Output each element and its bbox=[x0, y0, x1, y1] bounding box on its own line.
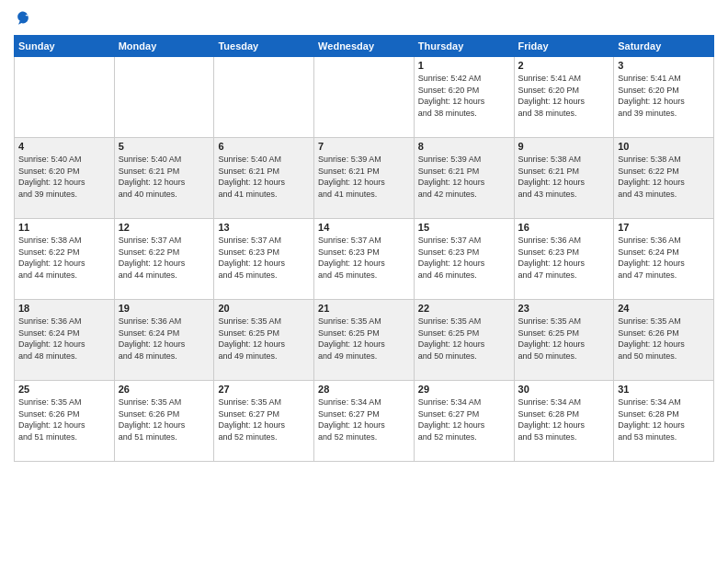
calendar-cell: 14Sunrise: 5:37 AM Sunset: 6:23 PM Dayli… bbox=[314, 219, 415, 300]
calendar-cell: 31Sunrise: 5:34 AM Sunset: 6:28 PM Dayli… bbox=[614, 381, 714, 462]
day-info: Sunrise: 5:40 AM Sunset: 6:20 PM Dayligh… bbox=[18, 154, 110, 200]
day-info: Sunrise: 5:35 AM Sunset: 6:27 PM Dayligh… bbox=[218, 396, 310, 442]
day-number: 25 bbox=[18, 384, 110, 395]
day-number: 7 bbox=[318, 141, 410, 152]
calendar-cell: 24Sunrise: 5:35 AM Sunset: 6:26 PM Dayli… bbox=[614, 300, 714, 381]
day-info: Sunrise: 5:36 AM Sunset: 6:24 PM Dayligh… bbox=[618, 235, 710, 281]
day-number: 16 bbox=[518, 222, 610, 233]
weekday-header-monday: Monday bbox=[114, 36, 214, 57]
day-info: Sunrise: 5:35 AM Sunset: 6:26 PM Dayligh… bbox=[18, 396, 110, 442]
day-number: 28 bbox=[318, 384, 410, 395]
day-info: Sunrise: 5:41 AM Sunset: 6:20 PM Dayligh… bbox=[518, 73, 610, 119]
day-number: 21 bbox=[318, 303, 410, 314]
calendar-cell bbox=[314, 57, 415, 138]
calendar-body: 1Sunrise: 5:42 AM Sunset: 6:20 PM Daylig… bbox=[15, 57, 714, 462]
weekday-header-friday: Friday bbox=[514, 36, 614, 57]
day-info: Sunrise: 5:35 AM Sunset: 6:25 PM Dayligh… bbox=[218, 316, 310, 362]
weekday-header-thursday: Thursday bbox=[414, 36, 514, 57]
calendar-cell: 22Sunrise: 5:35 AM Sunset: 6:25 PM Dayli… bbox=[414, 300, 514, 381]
logo-bird-icon bbox=[14, 9, 32, 28]
day-number: 8 bbox=[418, 141, 510, 152]
day-info: Sunrise: 5:41 AM Sunset: 6:20 PM Dayligh… bbox=[618, 73, 710, 119]
day-number: 12 bbox=[119, 222, 210, 233]
calendar-cell bbox=[114, 57, 214, 138]
day-number: 30 bbox=[518, 384, 610, 395]
calendar-cell: 18Sunrise: 5:36 AM Sunset: 6:24 PM Dayli… bbox=[15, 300, 115, 381]
day-number: 4 bbox=[18, 141, 110, 152]
calendar-cell bbox=[214, 57, 314, 138]
calendar-cell: 15Sunrise: 5:37 AM Sunset: 6:23 PM Dayli… bbox=[414, 219, 514, 300]
weekday-header-saturday: Saturday bbox=[614, 36, 714, 57]
calendar-cell: 30Sunrise: 5:34 AM Sunset: 6:28 PM Dayli… bbox=[514, 381, 614, 462]
day-number: 22 bbox=[418, 303, 510, 314]
day-info: Sunrise: 5:38 AM Sunset: 6:22 PM Dayligh… bbox=[18, 235, 110, 281]
day-number: 20 bbox=[218, 303, 310, 314]
calendar-cell: 28Sunrise: 5:34 AM Sunset: 6:27 PM Dayli… bbox=[314, 381, 415, 462]
day-info: Sunrise: 5:35 AM Sunset: 6:26 PM Dayligh… bbox=[618, 316, 710, 362]
calendar-cell: 3Sunrise: 5:41 AM Sunset: 6:20 PM Daylig… bbox=[614, 57, 714, 138]
calendar-cell: 2Sunrise: 5:41 AM Sunset: 6:20 PM Daylig… bbox=[514, 57, 614, 138]
day-info: Sunrise: 5:37 AM Sunset: 6:23 PM Dayligh… bbox=[218, 235, 310, 281]
calendar-week-3: 11Sunrise: 5:38 AM Sunset: 6:22 PM Dayli… bbox=[15, 219, 714, 300]
day-number: 1 bbox=[418, 60, 510, 71]
day-number: 27 bbox=[218, 384, 310, 395]
calendar-cell: 29Sunrise: 5:34 AM Sunset: 6:27 PM Dayli… bbox=[414, 381, 514, 462]
day-info: Sunrise: 5:34 AM Sunset: 6:27 PM Dayligh… bbox=[418, 396, 510, 442]
day-number: 23 bbox=[518, 303, 610, 314]
weekday-header-sunday: Sunday bbox=[15, 36, 115, 57]
calendar-cell: 5Sunrise: 5:40 AM Sunset: 6:21 PM Daylig… bbox=[114, 138, 214, 219]
day-number: 24 bbox=[618, 303, 710, 314]
day-number: 6 bbox=[218, 141, 310, 152]
calendar-cell: 9Sunrise: 5:38 AM Sunset: 6:21 PM Daylig… bbox=[514, 138, 614, 219]
calendar-week-2: 4Sunrise: 5:40 AM Sunset: 6:20 PM Daylig… bbox=[15, 138, 714, 219]
page: SundayMondayTuesdayWednesdayThursdayFrid… bbox=[0, 0, 728, 563]
calendar-cell: 25Sunrise: 5:35 AM Sunset: 6:26 PM Dayli… bbox=[15, 381, 115, 462]
day-info: Sunrise: 5:36 AM Sunset: 6:23 PM Dayligh… bbox=[518, 235, 610, 281]
day-number: 9 bbox=[518, 141, 610, 152]
day-number: 26 bbox=[119, 384, 210, 395]
day-number: 11 bbox=[18, 222, 110, 233]
day-info: Sunrise: 5:38 AM Sunset: 6:21 PM Dayligh… bbox=[518, 154, 610, 200]
calendar-cell: 11Sunrise: 5:38 AM Sunset: 6:22 PM Dayli… bbox=[15, 219, 115, 300]
calendar-table: SundayMondayTuesdayWednesdayThursdayFrid… bbox=[14, 35, 714, 462]
calendar-cell: 26Sunrise: 5:35 AM Sunset: 6:26 PM Dayli… bbox=[114, 381, 214, 462]
day-number: 29 bbox=[418, 384, 510, 395]
calendar-cell: 20Sunrise: 5:35 AM Sunset: 6:25 PM Dayli… bbox=[214, 300, 314, 381]
calendar-week-1: 1Sunrise: 5:42 AM Sunset: 6:20 PM Daylig… bbox=[15, 57, 714, 138]
day-info: Sunrise: 5:35 AM Sunset: 6:26 PM Dayligh… bbox=[119, 396, 210, 442]
day-info: Sunrise: 5:37 AM Sunset: 6:23 PM Dayligh… bbox=[318, 235, 410, 281]
calendar-cell: 19Sunrise: 5:36 AM Sunset: 6:24 PM Dayli… bbox=[114, 300, 214, 381]
weekday-header-wednesday: Wednesday bbox=[314, 36, 415, 57]
calendar-cell: 13Sunrise: 5:37 AM Sunset: 6:23 PM Dayli… bbox=[214, 219, 314, 300]
calendar-cell: 16Sunrise: 5:36 AM Sunset: 6:23 PM Dayli… bbox=[514, 219, 614, 300]
day-number: 15 bbox=[418, 222, 510, 233]
day-info: Sunrise: 5:38 AM Sunset: 6:22 PM Dayligh… bbox=[618, 154, 710, 200]
day-info: Sunrise: 5:40 AM Sunset: 6:21 PM Dayligh… bbox=[218, 154, 310, 200]
calendar-cell: 17Sunrise: 5:36 AM Sunset: 6:24 PM Dayli… bbox=[614, 219, 714, 300]
day-number: 19 bbox=[119, 303, 210, 314]
day-number: 18 bbox=[18, 303, 110, 314]
day-info: Sunrise: 5:37 AM Sunset: 6:22 PM Dayligh… bbox=[119, 235, 210, 281]
day-number: 3 bbox=[618, 60, 710, 71]
calendar-cell: 12Sunrise: 5:37 AM Sunset: 6:22 PM Dayli… bbox=[114, 219, 214, 300]
day-number: 10 bbox=[618, 141, 710, 152]
calendar-cell: 21Sunrise: 5:35 AM Sunset: 6:25 PM Dayli… bbox=[314, 300, 415, 381]
day-number: 13 bbox=[218, 222, 310, 233]
calendar-cell: 4Sunrise: 5:40 AM Sunset: 6:20 PM Daylig… bbox=[15, 138, 115, 219]
calendar-header: SundayMondayTuesdayWednesdayThursdayFrid… bbox=[15, 36, 714, 57]
calendar-cell: 8Sunrise: 5:39 AM Sunset: 6:21 PM Daylig… bbox=[414, 138, 514, 219]
logo bbox=[14, 9, 36, 28]
calendar-week-4: 18Sunrise: 5:36 AM Sunset: 6:24 PM Dayli… bbox=[15, 300, 714, 381]
day-info: Sunrise: 5:34 AM Sunset: 6:27 PM Dayligh… bbox=[318, 396, 410, 442]
calendar-cell: 1Sunrise: 5:42 AM Sunset: 6:20 PM Daylig… bbox=[414, 57, 514, 138]
weekday-header-tuesday: Tuesday bbox=[214, 36, 314, 57]
calendar-week-5: 25Sunrise: 5:35 AM Sunset: 6:26 PM Dayli… bbox=[15, 381, 714, 462]
calendar-cell bbox=[15, 57, 115, 138]
day-info: Sunrise: 5:35 AM Sunset: 6:25 PM Dayligh… bbox=[418, 316, 510, 362]
day-info: Sunrise: 5:37 AM Sunset: 6:23 PM Dayligh… bbox=[418, 235, 510, 281]
weekday-row: SundayMondayTuesdayWednesdayThursdayFrid… bbox=[15, 36, 714, 57]
day-info: Sunrise: 5:34 AM Sunset: 6:28 PM Dayligh… bbox=[518, 396, 610, 442]
day-info: Sunrise: 5:35 AM Sunset: 6:25 PM Dayligh… bbox=[518, 316, 610, 362]
day-info: Sunrise: 5:36 AM Sunset: 6:24 PM Dayligh… bbox=[18, 316, 110, 362]
day-info: Sunrise: 5:39 AM Sunset: 6:21 PM Dayligh… bbox=[418, 154, 510, 200]
